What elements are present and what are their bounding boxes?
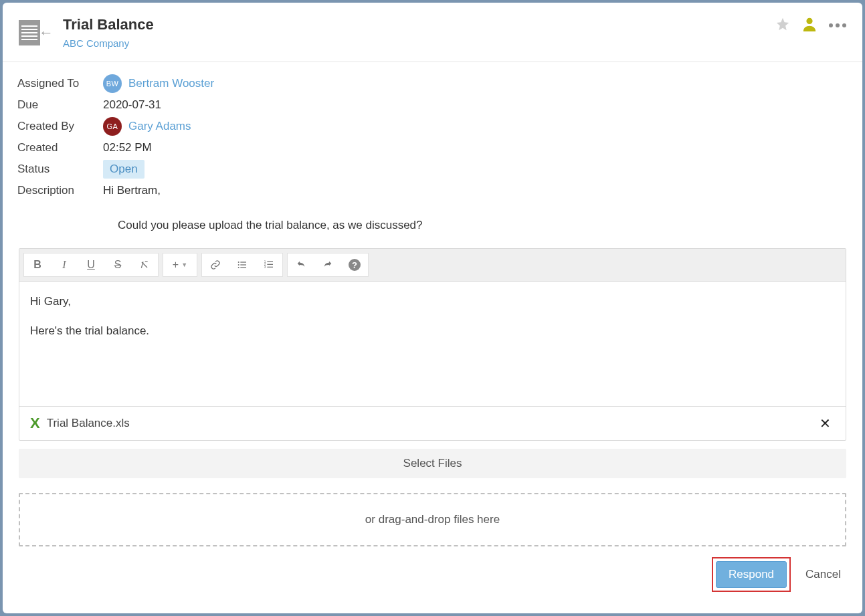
creator-link[interactable]: Gary Adams — [128, 120, 191, 133]
svg-rect-5 — [240, 265, 246, 266]
select-files-button[interactable]: Select Files — [19, 449, 846, 478]
task-detail-window: ← Trial Balance ABC Company Assigned To … — [3, 3, 862, 613]
editor: B I U S +▼ 123 — [19, 248, 846, 441]
editor-textarea[interactable]: Hi Gary, Here's the trial balance. — [19, 282, 846, 406]
link-button[interactable] — [202, 253, 229, 276]
svg-point-1 — [238, 262, 239, 263]
page-title: Trial Balance — [63, 16, 154, 33]
more-menu-icon[interactable] — [829, 23, 846, 27]
help-button[interactable]: ? — [341, 253, 368, 276]
strike-button[interactable]: S — [104, 253, 131, 276]
respond-button[interactable]: Respond — [716, 561, 787, 588]
due-value: 2020-07-31 — [103, 98, 161, 112]
due-label: Due — [17, 98, 103, 112]
creator-avatar: GA — [103, 117, 122, 136]
unordered-list-button[interactable] — [229, 253, 256, 276]
bold-button[interactable]: B — [24, 253, 51, 276]
editor-toolbar: B I U S +▼ 123 — [19, 249, 846, 282]
svg-rect-6 — [240, 268, 246, 268]
svg-point-3 — [238, 267, 239, 268]
undo-button[interactable] — [288, 253, 314, 276]
description-line2: Could you please upload the trial balanc… — [17, 219, 848, 232]
description-line1: Hi Bertram, — [103, 184, 161, 197]
header-left: ← Trial Balance ABC Company — [19, 16, 154, 49]
clear-format-button[interactable] — [131, 253, 158, 276]
footer-actions: Respond Cancel — [3, 546, 862, 603]
created-label: Created — [17, 141, 103, 155]
document-back-icon[interactable]: ← — [19, 20, 54, 45]
created-by-label: Created By — [17, 120, 103, 133]
svg-rect-4 — [240, 262, 246, 263]
drop-zone[interactable]: or drag-and-drop files here — [19, 493, 846, 546]
svg-rect-11 — [267, 264, 273, 265]
svg-text:3: 3 — [264, 266, 266, 270]
header: ← Trial Balance ABC Company — [3, 3, 862, 62]
remove-attachment-button[interactable]: ✕ — [815, 415, 835, 431]
description-label: Description — [17, 184, 103, 197]
star-icon[interactable] — [775, 17, 790, 34]
underline-button[interactable]: U — [78, 253, 104, 276]
assignee-link[interactable]: Bertram Wooster — [128, 77, 214, 90]
company-link[interactable]: ABC Company — [63, 37, 129, 49]
editor-line2: Here's the trial balance. — [30, 324, 835, 338]
italic-button[interactable]: I — [51, 253, 78, 276]
assignee-avatar: BW — [103, 74, 122, 93]
redo-button[interactable] — [314, 253, 341, 276]
svg-point-0 — [806, 18, 812, 24]
insert-menu[interactable]: +▼ — [163, 253, 197, 276]
xls-file-icon: X — [30, 415, 40, 432]
svg-rect-12 — [267, 267, 273, 268]
status-label: Status — [17, 163, 103, 176]
assigned-to-label: Assigned To — [17, 77, 103, 90]
attachment-name: Trial Balance.xls — [47, 417, 130, 430]
attachment-row: X Trial Balance.xls ✕ — [19, 406, 846, 440]
svg-point-2 — [238, 264, 239, 266]
ordered-list-button[interactable]: 123 — [256, 253, 282, 276]
status-badge: Open — [103, 160, 145, 179]
details-section: Assigned To BW Bertram Wooster Due 2020-… — [3, 62, 862, 248]
svg-rect-10 — [267, 262, 273, 262]
cancel-button[interactable]: Cancel — [805, 568, 841, 581]
created-value: 02:52 PM — [103, 141, 152, 155]
editor-line1: Hi Gary, — [30, 295, 835, 308]
user-icon[interactable] — [802, 16, 817, 35]
